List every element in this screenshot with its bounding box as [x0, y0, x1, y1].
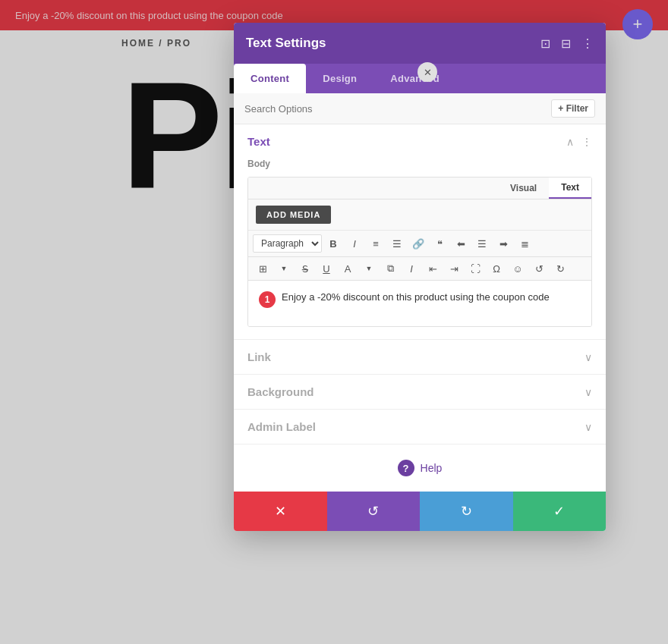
cancel-button[interactable]: ✕: [234, 492, 327, 531]
modal-body: Text ∧ ⋮ Body Visual Text ADD MEDIA: [234, 124, 606, 492]
redo-editor-button[interactable]: ↻: [550, 259, 570, 278]
fullscreen-button[interactable]: ⛶: [465, 259, 485, 278]
paste-button[interactable]: ⧉: [380, 259, 400, 278]
link-collapse-icon[interactable]: ∨: [584, 351, 592, 363]
indent-right-button[interactable]: ⇥: [444, 259, 464, 278]
cancel-icon: ✕: [275, 503, 286, 520]
text-section: Text ∧ ⋮ Body Visual Text ADD MEDIA: [234, 124, 606, 340]
italic2-button[interactable]: I: [402, 259, 421, 278]
text-collapse-icon[interactable]: ∧: [566, 136, 574, 148]
undo-editor-button[interactable]: ↺: [529, 259, 549, 278]
unordered-list-button[interactable]: ≡: [366, 234, 386, 253]
admin-label-section-header[interactable]: Admin Label ∨: [234, 410, 606, 444]
editor-content[interactable]: 1 Enjoy a -20% discount on this product …: [248, 281, 591, 326]
link-button[interactable]: 🔗: [408, 234, 428, 253]
tab-design[interactable]: Design: [306, 64, 373, 93]
modal-title: Text Settings: [246, 36, 540, 51]
visual-view-btn[interactable]: Visual: [498, 177, 549, 199]
undo-button[interactable]: ↺: [327, 492, 421, 531]
indent-left-button[interactable]: ⇤: [423, 259, 443, 278]
admin-label-section: Admin Label ∨: [234, 410, 606, 445]
bold-button[interactable]: B: [323, 234, 343, 253]
align-left-button[interactable]: ⬅: [451, 234, 471, 253]
editor-toolbar-row2: ⊞ ▼ S̶ U A ▼ ⧉ I ⇤ ⇥ ⛶ Ω ☺ ↺ ↻: [248, 257, 591, 281]
add-media-button[interactable]: ADD MEDIA: [256, 206, 331, 224]
font-color-button[interactable]: A: [338, 259, 358, 278]
modal-header: Text Settings ⊡ ⊟ ⋮: [234, 23, 606, 64]
expand-icon[interactable]: ⊡: [540, 36, 550, 51]
blockquote-button[interactable]: ❝: [430, 234, 449, 253]
admin-label-collapse-icon[interactable]: ∨: [584, 421, 592, 433]
filter-label: + Filter: [558, 103, 588, 114]
link-section-header[interactable]: Link ∨: [234, 340, 606, 374]
tab-advanced[interactable]: Advanced: [373, 64, 456, 93]
split-icon[interactable]: ⊟: [561, 36, 571, 51]
background-section: Background ∨: [234, 375, 606, 410]
text-section-title: Text: [247, 135, 566, 148]
text-section-header[interactable]: Text ∧ ⋮: [234, 124, 606, 159]
strikethrough-button[interactable]: S̶: [295, 259, 315, 278]
redo-button[interactable]: ↻: [420, 492, 513, 531]
editor-text[interactable]: Enjoy a -20% discount on this product us…: [282, 290, 581, 305]
body-label: Body: [247, 159, 592, 169]
special-char-button[interactable]: Ω: [487, 259, 506, 278]
table-button[interactable]: ⊞: [253, 259, 273, 278]
ordered-list-button[interactable]: ☰: [387, 234, 407, 253]
text-view-btn[interactable]: Text: [549, 177, 591, 199]
paragraph-select[interactable]: Paragraph: [253, 234, 322, 253]
text-more-icon[interactable]: ⋮: [581, 136, 592, 148]
editor-toolbar-row1: Paragraph B I ≡ ☰ 🔗 ❝ ⬅ ☰ ➡ ≣: [248, 231, 591, 257]
undo-icon: ↺: [367, 503, 379, 520]
table-chevron[interactable]: ▼: [274, 259, 294, 278]
link-section: Link ∨: [234, 340, 606, 375]
tab-content[interactable]: Content: [234, 64, 306, 93]
help-icon: ?: [398, 460, 414, 476]
emoji-button[interactable]: ☺: [508, 259, 528, 278]
help-label: Help: [421, 462, 443, 474]
add-media-row: ADD MEDIA: [248, 199, 591, 231]
background-section-title: Background: [247, 385, 584, 398]
editor-area: Visual Text ADD MEDIA Paragraph B I: [247, 177, 592, 327]
underline-button[interactable]: U: [317, 259, 336, 278]
confirm-button[interactable]: ✓: [513, 492, 607, 531]
text-section-content: Body Visual Text ADD MEDIA Paragraph: [234, 159, 606, 339]
admin-label-section-title: Admin Label: [247, 420, 584, 433]
help-row[interactable]: ? Help: [234, 445, 606, 492]
more-options-icon[interactable]: ⋮: [581, 36, 594, 51]
modal-footer: ✕ ↺ ↻ ✓: [234, 492, 606, 531]
modal-header-icons: ⊡ ⊟ ⋮: [540, 36, 594, 51]
editor-view-toggle: Visual Text: [248, 177, 591, 199]
search-input[interactable]: [244, 103, 545, 115]
link-section-title: Link: [247, 350, 584, 363]
italic-button[interactable]: I: [345, 234, 364, 253]
background-section-header[interactable]: Background ∨: [234, 375, 606, 409]
confirm-icon: ✓: [553, 503, 565, 520]
editor-badge: 1: [259, 291, 276, 308]
align-center-button[interactable]: ☰: [472, 234, 492, 253]
font-color-chevron[interactable]: ▼: [359, 259, 379, 278]
filter-button[interactable]: + Filter: [551, 99, 595, 118]
search-bar: + Filter: [234, 93, 606, 124]
justify-button[interactable]: ≣: [515, 234, 534, 253]
background-collapse-icon[interactable]: ∨: [584, 386, 592, 398]
align-right-button[interactable]: ➡: [493, 234, 513, 253]
redo-icon: ↻: [461, 503, 472, 520]
text-settings-modal: Text Settings ⊡ ⊟ ⋮ Content Design Advan…: [234, 23, 606, 531]
modal-close-x-button[interactable]: ✕: [417, 62, 437, 82]
